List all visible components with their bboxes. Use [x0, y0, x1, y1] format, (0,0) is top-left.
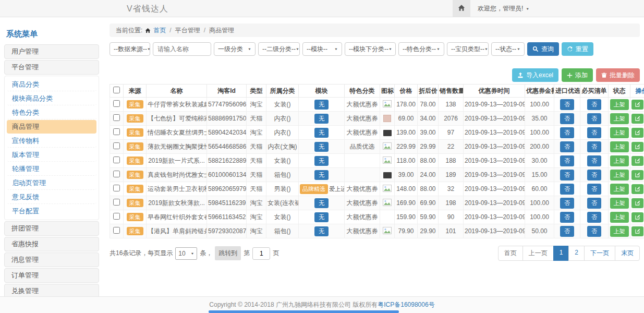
pager-next[interactable]: 下一页 [584, 246, 615, 261]
level1-category-select[interactable]: 一级分类▼ [214, 42, 256, 56]
row-checkbox[interactable] [113, 100, 120, 107]
must-buy-toggle[interactable]: 否 [587, 99, 601, 110]
sidebar-item-goods-category[interactable]: 商品分类 [7, 78, 96, 91]
sidebar-item-platform-mgmt[interactable]: 平台管理 [4, 60, 99, 75]
edit-button[interactable] [631, 198, 643, 208]
add-button[interactable]: 添加 [562, 68, 593, 82]
reset-button[interactable]: 重置 [562, 42, 593, 56]
name-input[interactable] [153, 42, 211, 56]
sidebar-item-message-mgmt[interactable]: 消息管理 [4, 252, 99, 267]
import-select-toggle[interactable]: 否 [560, 155, 574, 166]
must-buy-toggle[interactable]: 否 [587, 141, 601, 152]
status-toggle[interactable]: 上架 [610, 155, 629, 166]
must-buy-toggle[interactable]: 否 [587, 170, 601, 180]
import-select-toggle[interactable]: 否 [560, 212, 574, 223]
sidebar-item-feedback[interactable]: 意见反馈 [7, 190, 96, 204]
jump-button[interactable]: 跳转到 [215, 246, 241, 260]
image-placeholder-icon [383, 228, 392, 236]
import-select-toggle[interactable]: 否 [560, 127, 574, 138]
pager-last[interactable]: 末页 [615, 246, 640, 261]
horizontal-scrollbar-thumb[interactable] [209, 310, 399, 313]
sidebar-item-module-goods-category[interactable]: 模块商品分类 [7, 92, 96, 105]
row-checkbox[interactable] [113, 185, 120, 191]
feature-select[interactable]: --特色分类--▼ [398, 42, 444, 56]
sidebar-item-saving-news[interactable]: 省惠快报 [4, 237, 99, 251]
query-button[interactable]: 查询 [527, 42, 559, 56]
select-all-checkbox[interactable] [113, 87, 120, 93]
select-all-cell [110, 85, 124, 98]
must-buy-toggle[interactable]: 否 [587, 127, 601, 138]
edit-button[interactable] [631, 114, 643, 124]
must-buy-toggle[interactable]: 否 [587, 226, 601, 237]
edit-button[interactable] [631, 212, 643, 222]
sidebar-item-carousel-mgmt[interactable]: 轮播管理 [7, 162, 96, 176]
sidebar-item-order-mgmt[interactable]: 订单管理 [4, 268, 99, 283]
row-checkbox[interactable] [113, 156, 120, 163]
breadcrumb-separator: / [204, 27, 205, 34]
row-checkbox[interactable] [113, 199, 120, 206]
level2-category-select[interactable]: --二级分类--▼ [258, 42, 300, 56]
import-excel-button[interactable]: 导入excel [512, 68, 558, 82]
import-select-toggle[interactable]: 否 [560, 141, 574, 152]
edit-button[interactable] [631, 226, 643, 236]
user-menu[interactable]: 欢迎您，管理员! ▼ [478, 4, 529, 13]
edit-button[interactable] [631, 100, 643, 110]
breadcrumb-home-link[interactable]: 首页 [153, 26, 166, 35]
batch-delete-button[interactable]: 批量删除 [596, 68, 640, 82]
sidebar-item-platform-config[interactable]: 平台配置 [7, 204, 96, 218]
edit-button[interactable] [631, 184, 643, 194]
module-select[interactable]: --模块--▼ [302, 42, 342, 56]
row-checkbox[interactable] [113, 171, 120, 177]
sidebar-item-version-mgmt[interactable]: 版本管理 [7, 148, 96, 162]
status-select[interactable]: --状态--▼ [491, 42, 525, 56]
must-buy-toggle[interactable]: 否 [587, 155, 601, 166]
status-toggle[interactable]: 上架 [610, 212, 629, 223]
per-page-select[interactable]: 10 ▼ [175, 247, 197, 260]
status-toggle[interactable]: 上架 [610, 127, 629, 138]
jump-page-input[interactable] [252, 247, 270, 260]
import-select-toggle[interactable]: 否 [560, 184, 574, 195]
pager-first[interactable]: 首页 [498, 246, 523, 261]
status-toggle[interactable]: 上架 [610, 99, 629, 110]
row-checkbox[interactable] [113, 142, 120, 149]
status-toggle[interactable]: 上架 [610, 198, 629, 209]
status-toggle[interactable]: 上架 [610, 170, 629, 180]
edit-button[interactable] [631, 170, 643, 180]
sidebar-item-user-mgmt[interactable]: 用户管理 [4, 44, 99, 59]
import-select-toggle[interactable]: 否 [560, 198, 574, 209]
must-buy-toggle[interactable]: 否 [587, 212, 601, 223]
import-select-toggle[interactable]: 否 [560, 226, 574, 237]
sidebar-item-promo-materials[interactable]: 宣传物料 [7, 134, 96, 148]
import-select-toggle[interactable]: 否 [560, 113, 574, 124]
header-home-button[interactable] [453, 0, 470, 17]
item-type-select[interactable]: --宝贝类型--▼ [447, 42, 489, 56]
row-checkbox[interactable] [113, 128, 120, 135]
sidebar-item-goods-mgmt[interactable]: 商品管理 [7, 120, 96, 134]
edit-button[interactable] [631, 156, 643, 166]
pager-1[interactable]: 1 [553, 246, 569, 261]
status-toggle[interactable]: 上架 [610, 226, 629, 237]
must-buy-toggle[interactable]: 否 [587, 184, 601, 195]
edit-button[interactable] [631, 142, 643, 152]
must-buy-toggle[interactable]: 否 [587, 198, 601, 209]
data-source-select[interactable]: --数据来源--▼ [110, 42, 150, 56]
coupon-amount: 15.00 [525, 168, 554, 182]
edit-button[interactable] [631, 128, 643, 138]
sidebar-item-group-buy-mgmt[interactable]: 拼团管理 [4, 221, 99, 236]
row-checkbox[interactable] [113, 114, 120, 121]
import-select-toggle[interactable]: 否 [560, 170, 574, 180]
pager-prev[interactable]: 上一页 [523, 246, 554, 261]
status-toggle[interactable]: 上架 [610, 184, 629, 195]
sidebar-item-splash-mgmt[interactable]: 启动页管理 [7, 176, 96, 190]
row-checkbox[interactable] [113, 213, 120, 220]
caret-down-icon: ▼ [296, 47, 299, 51]
module-sub-select[interactable]: --模块下分类--▼ [345, 42, 396, 56]
sidebar-item-feature-category[interactable]: 特色分类 [7, 106, 96, 119]
status-toggle[interactable]: 上架 [610, 113, 629, 124]
must-buy-toggle[interactable]: 否 [587, 113, 601, 124]
icp-link[interactable]: 粤ICP备16098006号 [378, 300, 434, 309]
row-checkbox[interactable] [113, 227, 120, 234]
import-select-toggle[interactable]: 否 [560, 99, 574, 110]
status-toggle[interactable]: 上架 [610, 141, 629, 152]
pager-2[interactable]: 2 [568, 246, 585, 261]
